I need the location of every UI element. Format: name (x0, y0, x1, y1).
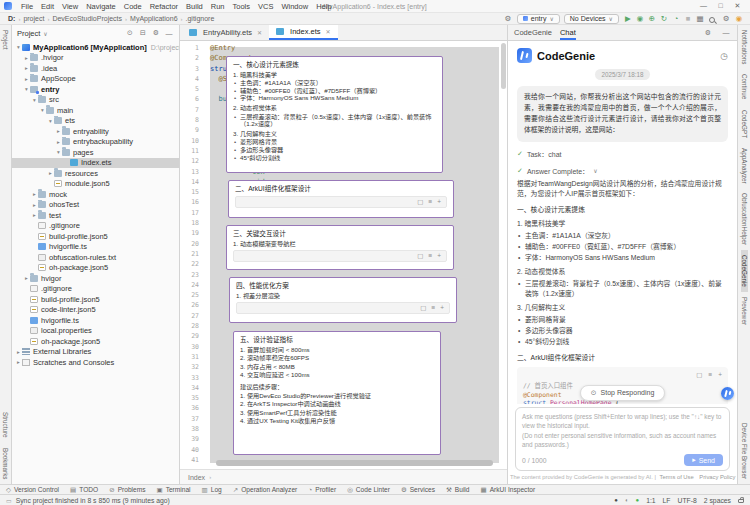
close-tab-icon[interactable]: ✕ (257, 29, 262, 36)
status-2-spaces[interactable]: 2 spaces (704, 497, 731, 504)
chevron-collapsed-icon[interactable]: ▸ (31, 191, 38, 197)
tree-item-main[interactable]: ▾main (12, 105, 179, 116)
chevron-down-icon[interactable]: ∨ (43, 30, 47, 37)
chevron-expanded-icon[interactable]: ▾ (47, 118, 54, 124)
hide-panel-icon[interactable]: — (721, 29, 731, 36)
run-icon[interactable]: ▶ (623, 14, 633, 24)
notifications-icon[interactable]: ◉ (734, 14, 744, 24)
tree-item-index.ets[interactable]: Index.ets (12, 158, 179, 169)
chevron-expanded-icon[interactable]: ▾ (55, 149, 62, 155)
chevron-collapsed-icon[interactable]: ▸ (15, 359, 22, 365)
insert-icon[interactable]: + (437, 198, 441, 206)
privacy-policy-link[interactable]: Privacy Policy (699, 474, 735, 480)
indicator-gray-icon[interactable]: ◐ (625, 497, 629, 503)
tool-strip-codegenie[interactable]: CodeGenie (741, 250, 748, 292)
chevron-expanded-icon[interactable]: ▾ (31, 97, 38, 103)
editor-tab-entryability.ets[interactable]: EntryAbility.ets✕ (182, 25, 269, 40)
attach-debugger-icon[interactable]: ⊕ (647, 14, 657, 24)
tool-window-log[interactable]: ▥Log (202, 486, 222, 494)
chevron-collapsed-icon[interactable]: ▸ (55, 128, 62, 134)
tree-item-build-profile.json5[interactable]: build-profile.json5 (12, 294, 179, 305)
tree-item-appscope[interactable]: ▸AppScope (12, 74, 179, 85)
chevron-collapsed-icon[interactable]: ▸ (23, 76, 30, 82)
menu-window[interactable]: Window (277, 2, 312, 11)
collapse-all-icon[interactable]: ⊟ (138, 29, 148, 37)
tree-item-resources[interactable]: ▸resources (12, 168, 179, 179)
tool-strip-notifications[interactable]: Notifications (741, 25, 748, 69)
chevron-collapsed-icon[interactable]: ▸ (31, 202, 38, 208)
insert-icon[interactable]: + (440, 304, 444, 312)
status-utf-8[interactable]: UTF-8 (678, 497, 697, 504)
device-manager-icon[interactable]: ▦ (695, 14, 705, 24)
menu-build[interactable]: Build (182, 2, 207, 11)
tree-item-.idea[interactable]: ▸.idea (12, 63, 179, 74)
tree-item-hvigorfile.ts[interactable]: hvigorfile.ts (12, 242, 179, 253)
menu-run[interactable]: Run (207, 2, 229, 11)
editor-body[interactable]: 1234567891011121314151617181920212223242… (180, 41, 507, 469)
send-button[interactable]: ▸ Send (684, 454, 723, 466)
chevron-collapsed-icon[interactable]: ▸ (31, 212, 38, 218)
maximize-button[interactable]: □ (712, 0, 729, 12)
profiler-icon[interactable]: ◔ (671, 14, 681, 24)
close-tab-icon[interactable]: ✕ (326, 28, 331, 35)
status-lf[interactable]: LF (663, 497, 671, 504)
tool-window-profiler[interactable]: ◔Profiler (308, 486, 336, 493)
tree-item-ets[interactable]: ▾ets (12, 116, 179, 127)
chevron-collapsed-icon[interactable]: ▸ (23, 55, 30, 61)
tree-item-.gitignore[interactable]: .gitignore (12, 221, 179, 232)
list-icon[interactable]: ≡ (431, 304, 435, 312)
tool-strip-bookmarks[interactable]: Bookmarks (2, 443, 9, 485)
tool-window-arkui-inspector[interactable]: ▦ArkUI Inspector (481, 486, 536, 494)
tool-strip-obfuscationhelper[interactable]: ObfuscationHelper (741, 188, 748, 250)
tree-item-obfuscation-rules.txt[interactable]: obfuscation-rules.txt (12, 252, 179, 263)
tree-item-ohostest[interactable]: ▸ohosTest (12, 200, 179, 211)
breadcrumb-.gitignore[interactable]: .gitignore (184, 15, 217, 22)
tool-window-build[interactable]: ⚒Build (446, 486, 470, 494)
tool-strip-previewer[interactable]: Previewer (741, 292, 748, 330)
menu-help[interactable]: Help (312, 2, 335, 11)
breadcrumb-devecostudioprojects[interactable]: DevEcoStudioProjects (50, 15, 124, 22)
chevron-expanded-icon[interactable]: ▾ (23, 86, 30, 92)
tree-item-src[interactable]: ▾src (12, 95, 179, 106)
chevron-collapsed-icon[interactable]: ▸ (55, 139, 62, 145)
breadcrumb-item[interactable]: Index (188, 474, 205, 481)
tool-strip-project[interactable]: Project (2, 25, 9, 55)
codegenie-settings-icon[interactable]: ⚙ (703, 29, 713, 37)
search-icon[interactable] (709, 17, 715, 23)
breadcrumb-project[interactable]: project (21, 15, 46, 22)
history-icon[interactable]: ◷ (720, 51, 728, 61)
chevron-collapsed-icon[interactable]: ▸ (23, 275, 30, 281)
copy-icon[interactable]: ▢ (417, 198, 423, 206)
tree-item-.hvigor[interactable]: ▸.hvigor (12, 53, 179, 64)
tool-window-operation-analyzer[interactable]: ↗Operation Analyzer (233, 486, 298, 494)
indicator-green-icon[interactable]: ● (636, 497, 640, 503)
terms-of-use-link[interactable]: Terms of Use (660, 474, 694, 480)
chevron-expanded-icon[interactable]: ▾ (39, 107, 46, 113)
restart-icon[interactable]: ↻ (659, 14, 669, 24)
settings-icon[interactable]: ⚙ (721, 14, 731, 24)
tool-window-problems[interactable]: ⊘Problems (109, 486, 145, 494)
indicator-dark-icon[interactable]: ● (614, 497, 618, 503)
chevron-collapsed-icon[interactable]: ▸ (47, 170, 54, 176)
tool-strip-device-file-browser[interactable]: Device File Browser (741, 418, 748, 484)
debug-icon[interactable]: ◉ (635, 14, 645, 24)
tool-window-terminal[interactable]: ▣Terminal (157, 486, 191, 494)
insert-icon[interactable]: + (437, 252, 441, 260)
run-config-selector[interactable]: entry ∨ (517, 14, 560, 24)
locate-file-icon[interactable]: ⊙ (125, 29, 135, 37)
project-panel-title[interactable]: Project (17, 29, 40, 38)
tool-strip-codegpt[interactable]: CodeGPT (741, 105, 748, 143)
tree-item-pages[interactable]: ▾pages (12, 147, 179, 158)
menu-navigate[interactable]: Navigate (82, 2, 120, 11)
tab-chat[interactable]: Chat (560, 25, 576, 40)
tree-item-oh-package.json5[interactable]: oh-package.json5 (12, 263, 179, 274)
menu-view[interactable]: View (58, 2, 82, 11)
codegenie-floating-button[interactable] (721, 387, 734, 400)
tree-item-.gitignore[interactable]: .gitignore (12, 284, 179, 295)
tree-item-myapplication6-myapplication-[interactable]: ▾MyApplication6 [MyApplication]D:\projec… (12, 42, 179, 53)
close-button[interactable]: ✕ (729, 0, 746, 12)
chevron-collapsed-icon[interactable]: ▸ (15, 349, 22, 355)
tree-item-code-linter.json5[interactable]: code-linter.json5 (12, 305, 179, 316)
stop-responding-button[interactable]: ⊙ Stop Responding (580, 385, 666, 401)
tree-item-hvigorfile.ts[interactable]: hvigorfile.ts (12, 315, 179, 326)
